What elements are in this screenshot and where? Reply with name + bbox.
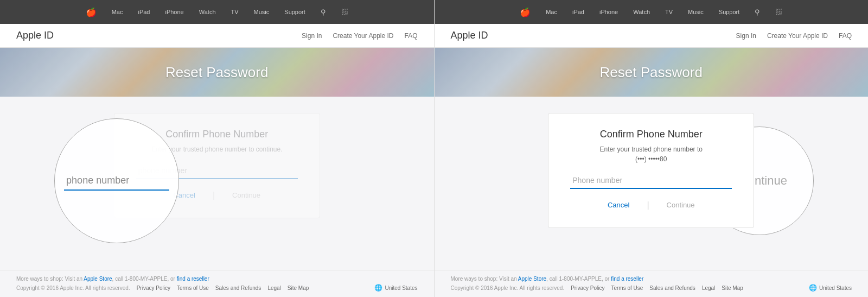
footer-region-name-left: United States: [385, 285, 417, 291]
faq-link-left[interactable]: FAQ: [404, 32, 417, 40]
nav-item-ipad-right[interactable]: iPad: [565, 0, 592, 24]
search-icon[interactable]: ⚲: [313, 8, 334, 16]
main-content-right: Confirm Phone Number Enter your trusted …: [435, 97, 869, 270]
create-apple-id-link-left[interactable]: Create Your Apple ID: [333, 32, 393, 40]
footer-right: More ways to shop: Visit an Apple Store,…: [435, 270, 869, 297]
actions-divider-left: |: [213, 191, 215, 200]
magnified-phone-input-left[interactable]: [64, 172, 169, 191]
apple-id-title-left: Apple ID: [16, 30, 302, 41]
cancel-button-right[interactable]: Cancel: [601, 198, 636, 212]
nav-item-watch-right[interactable]: Watch: [626, 0, 658, 24]
nav-item-support[interactable]: Support: [277, 0, 313, 24]
search-icon-right[interactable]: ⚲: [747, 8, 768, 16]
nav-item-mac[interactable]: Mac: [104, 0, 131, 24]
footer-sitemap-left[interactable]: Site Map: [288, 285, 309, 291]
footer-top-left: More ways to shop: Visit an Apple Store,…: [16, 276, 418, 282]
hero-banner-left: Reset Password: [0, 48, 434, 97]
sign-in-link-right[interactable]: Sign In: [736, 32, 756, 40]
cart-icon-right[interactable]: ⛆: [768, 8, 790, 16]
footer-region-left: 🌐 United States: [374, 284, 417, 292]
apple-id-title-right: Apple ID: [451, 30, 736, 41]
nav-item-tv-right[interactable]: TV: [658, 0, 680, 24]
hero-title-left: Reset Password: [165, 64, 268, 81]
sign-in-link-left[interactable]: Sign In: [302, 32, 322, 40]
footer-sales-left[interactable]: Sales and Refunds: [215, 285, 261, 291]
footer-bottom-right: Copyright © 2016 Apple Inc. All rights r…: [451, 284, 852, 292]
footer-more-ways-right: More ways to shop: Visit an: [451, 276, 518, 282]
continue-button-right[interactable]: Continue: [660, 198, 701, 212]
cart-icon[interactable]: ⛆: [334, 8, 356, 16]
apple-id-header-right: Apple ID Sign In Create Your Apple ID FA…: [435, 24, 869, 48]
footer-bottom-left: Copyright © 2016 Apple Inc. All rights r…: [16, 284, 418, 292]
footer-more-ways-left: More ways to shop: Visit an: [16, 276, 84, 282]
apple-logo-icon[interactable]: 🍎: [78, 0, 104, 24]
create-apple-id-link-right[interactable]: Create Your Apple ID: [767, 32, 828, 40]
nav-item-music[interactable]: Music: [246, 0, 277, 24]
nav-item-watch[interactable]: Watch: [192, 0, 224, 24]
footer-middle-left: , call 1-800-MY-APPLE, or: [112, 276, 177, 282]
continue-button-left[interactable]: Continue: [226, 188, 267, 203]
footer-links-left: Privacy Policy Terms of Use Sales and Re…: [137, 285, 309, 291]
nav-item-tv[interactable]: TV: [224, 0, 246, 24]
form-description-right: Enter your trusted phone number to (•••)…: [570, 144, 732, 164]
nav-item-mac-right[interactable]: Mac: [538, 0, 565, 24]
footer-region-name-right: United States: [819, 285, 852, 291]
phone-input-right[interactable]: [570, 173, 732, 189]
footer-region-right: 🌐 United States: [809, 284, 852, 292]
hero-title-right: Reset Password: [600, 64, 703, 81]
right-page: 🍎 Mac iPad iPhone Watch TV Music Support…: [435, 0, 869, 297]
footer-left: More ways to shop: Visit an Apple Store,…: [0, 270, 434, 297]
footer-sales-right[interactable]: Sales and Refunds: [649, 285, 695, 291]
form-card-right: Confirm Phone Number Enter your trusted …: [548, 113, 754, 228]
hero-banner-right: Reset Password: [435, 48, 869, 97]
footer-privacy-right[interactable]: Privacy Policy: [571, 285, 604, 291]
footer-middle-right: , call 1-800-MY-APPLE, or: [546, 276, 611, 282]
footer-sitemap-right[interactable]: Site Map: [722, 285, 743, 291]
footer-copyright-right: Copyright © 2016 Apple Inc. All rights r…: [451, 285, 565, 291]
nav-bar-right: 🍎 Mac iPad iPhone Watch TV Music Support…: [435, 0, 869, 24]
nav-item-support-right[interactable]: Support: [711, 0, 748, 24]
globe-icon-right: 🌐: [809, 284, 817, 292]
left-page: 🍎 Mac iPad iPhone Watch TV Music Support…: [0, 0, 434, 297]
apple-logo-icon-right[interactable]: 🍎: [512, 0, 538, 24]
nav-bar-left: 🍎 Mac iPad iPhone Watch TV Music Support…: [0, 0, 434, 24]
footer-legal-left[interactable]: Legal: [267, 285, 280, 291]
apple-id-header-left: Apple ID Sign In Create Your Apple ID FA…: [0, 24, 434, 48]
form-heading-right: Confirm Phone Number: [570, 129, 732, 140]
globe-icon-left: 🌐: [374, 284, 382, 292]
nav-item-music-right[interactable]: Music: [680, 0, 711, 24]
nav-item-iphone-right[interactable]: iPhone: [592, 0, 626, 24]
footer-terms-left[interactable]: Terms of Use: [177, 285, 209, 291]
actions-divider-right: |: [647, 200, 649, 210]
footer-apple-store-link-left[interactable]: Apple Store: [84, 276, 112, 282]
nav-item-iphone[interactable]: iPhone: [157, 0, 191, 24]
footer-terms-right[interactable]: Terms of Use: [611, 285, 643, 291]
footer-privacy-left[interactable]: Privacy Policy: [137, 285, 170, 291]
footer-links-right: Privacy Policy Terms of Use Sales and Re…: [571, 285, 743, 291]
footer-reseller-link-left[interactable]: find a reseller: [177, 276, 209, 282]
masked-phone-number: (•••) •••••80: [635, 155, 667, 163]
footer-apple-store-link-right[interactable]: Apple Store: [518, 276, 546, 282]
magnifier-left: [54, 118, 179, 243]
footer-top-right: More ways to shop: Visit an Apple Store,…: [451, 276, 852, 282]
footer-legal-right[interactable]: Legal: [702, 285, 715, 291]
faq-link-right[interactable]: FAQ: [839, 32, 852, 40]
main-content-left: Confirm Phone Number Enter your trusted …: [0, 97, 434, 270]
footer-reseller-link-right[interactable]: find a reseller: [611, 276, 643, 282]
footer-copyright-left: Copyright © 2016 Apple Inc. All rights r…: [16, 285, 130, 291]
nav-item-ipad[interactable]: iPad: [130, 0, 157, 24]
